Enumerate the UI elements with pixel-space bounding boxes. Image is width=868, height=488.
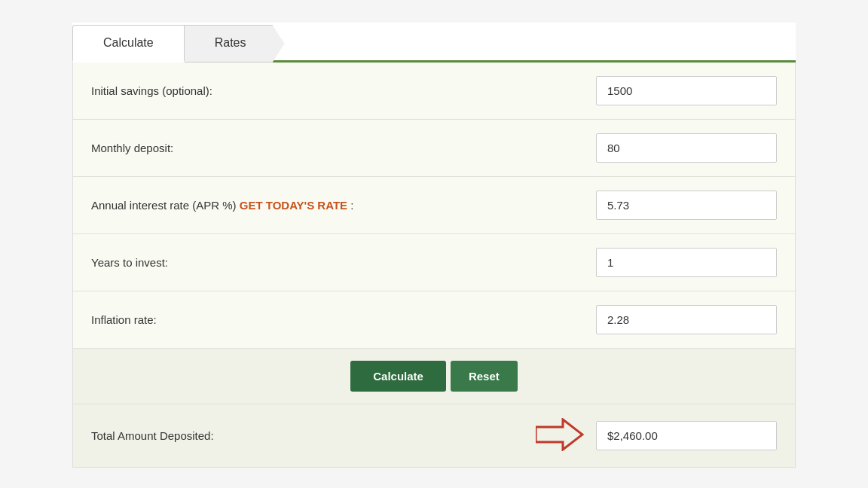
inflation-label: Inflation rate: xyxy=(91,313,596,326)
annual-rate-row: Annual interest rate (APR %) GET TODAY'S… xyxy=(73,177,795,234)
result-value xyxy=(596,421,777,450)
result-label: Total Amount Deposited: xyxy=(91,429,536,442)
calculator-container: Calculate Rates Initial savings (optiona… xyxy=(72,23,796,468)
inflation-input[interactable] xyxy=(596,305,777,334)
reset-button[interactable]: Reset xyxy=(451,361,518,392)
result-arrow xyxy=(536,418,584,453)
annual-rate-label-text: Annual interest rate (APR %) xyxy=(91,199,237,212)
monthly-deposit-input[interactable] xyxy=(596,133,777,163)
years-input[interactable] xyxy=(596,248,777,277)
initial-savings-row: Initial savings (optional): xyxy=(73,63,795,120)
initial-savings-input[interactable] xyxy=(596,76,777,105)
monthly-deposit-label: Monthly deposit: xyxy=(91,142,596,154)
buttons-row: Calculate Reset xyxy=(73,349,795,404)
tab-calculate[interactable]: Calculate xyxy=(72,25,185,63)
tab-rates[interactable]: Rates xyxy=(185,25,285,63)
years-label: Years to invest: xyxy=(91,256,596,269)
inflation-row: Inflation rate: xyxy=(73,291,795,349)
annual-rate-input[interactable] xyxy=(596,191,777,220)
svg-marker-0 xyxy=(536,419,582,450)
years-row: Years to invest: xyxy=(73,234,795,291)
annual-rate-colon: : xyxy=(350,199,353,212)
tabs: Calculate Rates xyxy=(72,23,796,63)
monthly-deposit-row: Monthly deposit: xyxy=(73,120,795,177)
annual-rate-label: Annual interest rate (APR %) GET TODAY'S… xyxy=(91,199,596,212)
get-todays-rate-link[interactable]: GET TODAY'S RATE xyxy=(240,199,347,212)
initial-savings-label: Initial savings (optional): xyxy=(91,84,596,97)
calculate-button[interactable]: Calculate xyxy=(350,361,446,392)
result-row: Total Amount Deposited: xyxy=(73,404,795,467)
form-body: Initial savings (optional): Monthly depo… xyxy=(72,63,796,468)
